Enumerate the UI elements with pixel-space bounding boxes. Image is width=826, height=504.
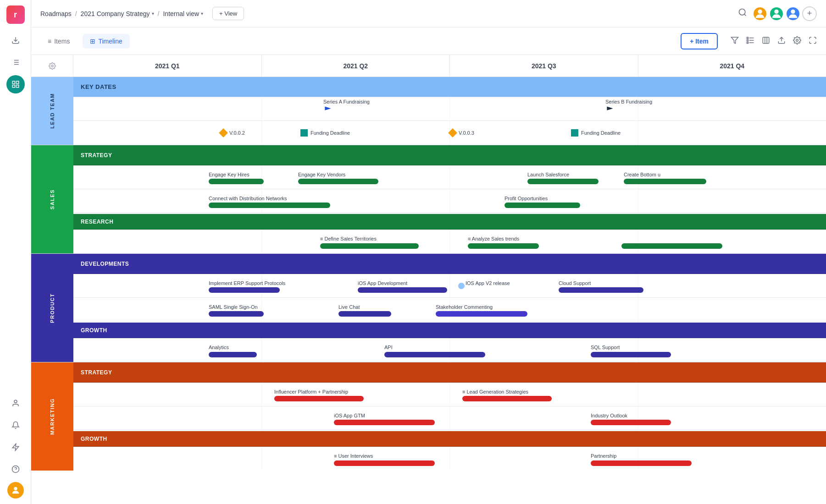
influencer-bar xyxy=(274,396,364,401)
define-sales-bar xyxy=(320,243,419,249)
filter-icon[interactable] xyxy=(731,36,739,46)
product-dev-row-2: SAML Single Sign-On Live Chat Stakeholde… xyxy=(73,298,826,322)
avatar-2[interactable] xyxy=(769,6,784,21)
quarter-2021q1: 2021 Q1 xyxy=(73,55,262,77)
top-nav: Roadmaps / 2021 Company Strategy ▾ / Int… xyxy=(31,0,826,27)
add-avatar-button[interactable]: + xyxy=(802,6,817,21)
marketing-growth-row: ≡ User Interviews Partnership xyxy=(73,447,826,471)
breadcrumb-strategy[interactable]: 2021 Company Strategy ▾ xyxy=(81,10,154,17)
product-growth-header: GROWTH xyxy=(73,322,826,338)
engage-key-hires-bar xyxy=(209,179,264,184)
marketing-strategy-row-2: iOS App GTM Industry Outlook xyxy=(73,406,826,430)
breadcrumb-view[interactable]: Internal view ▾ xyxy=(163,10,203,17)
lead-team-label: LEAD TEAM xyxy=(31,77,73,145)
engage-key-vendors-bar xyxy=(298,179,378,184)
ios-v2-dot xyxy=(458,283,465,289)
add-view-button[interactable]: + View xyxy=(212,7,244,20)
svg-point-16 xyxy=(739,9,745,15)
group-icon[interactable] xyxy=(746,36,754,46)
marketing-content: STRATEGY Influencer Platform + Partnersh… xyxy=(73,362,826,471)
product-section: PRODUCT DEVELOPMENTS Implement ERP Suppo… xyxy=(31,254,826,362)
v002-milestone: V.0.0.2 xyxy=(220,130,245,136)
product-developments-header: DEVELOPMENTS xyxy=(73,254,826,274)
settings-icon[interactable] xyxy=(793,36,801,46)
avatar-1[interactable] xyxy=(753,6,767,21)
marketing-label: MARKETING xyxy=(31,362,73,471)
ios-gtm-label: iOS App GTM xyxy=(334,411,365,419)
sales-strategy-row-1: Engage Key Hires Engage Key Vendors Laun… xyxy=(73,165,826,189)
avatar-3[interactable] xyxy=(786,6,800,21)
sidebar-download-icon[interactable] xyxy=(6,31,25,49)
define-sales-label: ≡ Define Sales Territories xyxy=(320,234,377,242)
user-interviews-label: ≡ User Interviews xyxy=(334,451,373,460)
breadcrumb-roadmaps[interactable]: Roadmaps xyxy=(40,10,72,17)
timeline-area: 2021 Q1 2021 Q2 2021 Q3 2021 Q4 LEAD TEA… xyxy=(31,55,826,504)
toolbar: ≡ Items ⊞ Timeline + Item xyxy=(31,27,826,55)
breadcrumb-sep-2: / xyxy=(158,10,160,17)
quarter-2021q4: 2021 Q4 xyxy=(638,55,826,77)
strategy-chevron-icon: ▾ xyxy=(152,11,154,16)
series-a-flag: Series A Fundraising xyxy=(323,99,370,116)
svg-point-20 xyxy=(791,9,795,13)
sales-label: SALES xyxy=(31,145,73,253)
ios-app-dev-bar xyxy=(358,287,447,293)
svg-point-11 xyxy=(14,400,17,403)
columns-icon[interactable] xyxy=(762,36,770,46)
timeline-content[interactable]: 2021 Q1 2021 Q2 2021 Q3 2021 Q4 LEAD TEA… xyxy=(31,55,826,504)
create-bottom-bar xyxy=(624,179,706,184)
toolbar-actions xyxy=(731,36,817,46)
engage-key-vendors-label: Engage Key Vendors xyxy=(298,170,345,178)
sidebar-lightning-icon[interactable] xyxy=(6,438,25,456)
tab-timeline[interactable]: ⊞ Timeline xyxy=(83,34,129,49)
svg-rect-7 xyxy=(12,81,15,83)
svg-point-33 xyxy=(51,65,53,67)
live-chat-label: Live Chat xyxy=(338,302,360,311)
erp-bar xyxy=(209,287,280,293)
export-icon[interactable] xyxy=(777,36,786,46)
profit-opportunities-bar xyxy=(504,203,580,208)
svg-rect-24 xyxy=(747,42,748,43)
erp-label: Implement ERP Support Protocols xyxy=(209,279,285,287)
stakeholder-label: Stakeholder Commenting xyxy=(436,302,493,311)
marketing-section: MARKETING STRATEGY Influencer Platform +… xyxy=(31,362,826,471)
product-content: DEVELOPMENTS Implement ERP Support Proto… xyxy=(73,254,826,362)
items-tab-icon: ≡ xyxy=(48,38,51,45)
sales-strategy-header: STRATEGY xyxy=(73,145,826,165)
engage-key-hires-label: Engage Key Hires xyxy=(209,170,249,178)
sidebar-help-icon[interactable] xyxy=(6,460,25,478)
svg-rect-9 xyxy=(16,85,18,88)
tab-items[interactable]: ≡ Items xyxy=(40,34,77,49)
user-interviews-bar xyxy=(334,460,435,466)
create-bottom-label: Create Bottom u xyxy=(624,170,660,178)
lead-gen-bar xyxy=(462,396,552,401)
connect-distribution-label: Connect with Distribution Networks xyxy=(209,194,287,202)
connect-distribution-bar xyxy=(209,203,330,208)
live-chat-bar xyxy=(338,311,391,317)
sidebar-person-icon[interactable] xyxy=(6,394,25,412)
sales-research-header: RESEARCH xyxy=(73,213,826,230)
sidebar-bell-icon[interactable] xyxy=(6,416,25,434)
sidebar-roadmap-icon[interactable] xyxy=(6,75,25,93)
sidebar-list-icon[interactable] xyxy=(6,53,25,71)
influencer-label: Influencer Platform + Partnership xyxy=(274,387,348,395)
left-sidebar: r xyxy=(0,0,31,504)
app-logo[interactable]: r xyxy=(6,5,25,24)
industry-outlook-label: Industry Outlook xyxy=(591,411,627,419)
marketing-growth-header: GROWTH xyxy=(73,430,826,447)
product-label: PRODUCT xyxy=(31,254,73,362)
svg-rect-23 xyxy=(747,39,748,41)
fullscreen-icon[interactable] xyxy=(809,36,817,46)
saml-label: SAML Single Sign-On xyxy=(209,302,258,311)
add-item-button[interactable]: + Item xyxy=(681,33,718,49)
funding-deadline-1: Funding Deadline xyxy=(300,129,350,137)
key-dates-label: KEY DATES xyxy=(81,83,116,90)
quarter-2021q3: 2021 Q3 xyxy=(450,55,638,77)
search-icon[interactable] xyxy=(738,8,747,19)
user-avatars: + xyxy=(753,6,817,21)
user-avatar[interactable] xyxy=(7,482,24,499)
cloud-support-label: Cloud Support xyxy=(559,279,591,287)
svg-rect-10 xyxy=(12,85,15,88)
profit-opportunities-label: Profit Opportunities xyxy=(504,194,548,202)
lead-team-content: KEY DATES xyxy=(73,77,826,145)
sales-strategy-row-2: Connect with Distribution Networks Profi… xyxy=(73,189,826,213)
